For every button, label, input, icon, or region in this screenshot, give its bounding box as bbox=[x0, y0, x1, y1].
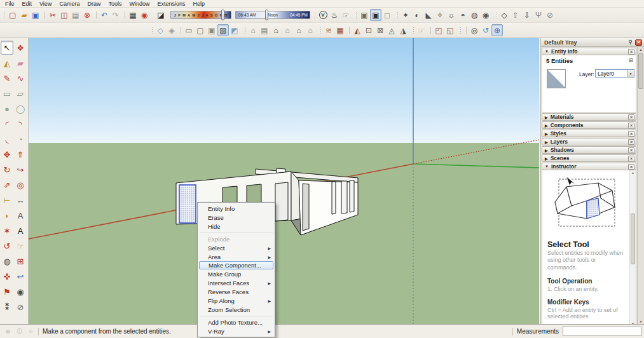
red-axis-negative[interactable] bbox=[413, 140, 539, 164]
instructor-header[interactable]: ▼ Instructor × bbox=[542, 163, 636, 170]
green-axis[interactable] bbox=[413, 164, 539, 168]
sandbox-from-contours-button[interactable]: ≋ bbox=[323, 24, 334, 36]
credits-icon[interactable]: ⓘ bbox=[16, 328, 23, 335]
section-close-button[interactable]: × bbox=[628, 123, 634, 128]
protractor-tool-button[interactable]: ◗ bbox=[1, 208, 13, 222]
menu-camera[interactable]: Camera bbox=[55, 0, 83, 8]
flip-edge-button[interactable]: ◮ bbox=[397, 24, 409, 36]
tray-close-button[interactable]: × bbox=[635, 39, 642, 46]
orbit-globe-button[interactable]: ⊕ bbox=[491, 24, 503, 36]
pin-icon[interactable] bbox=[627, 39, 633, 45]
zoom-tool-button[interactable]: ◍ bbox=[1, 254, 13, 268]
undo-button[interactable]: ↶ bbox=[99, 9, 110, 21]
section-header-scenes[interactable]: ▶ Scenes × bbox=[542, 154, 636, 162]
menu-extensions[interactable]: Extensions bbox=[153, 0, 189, 8]
tape-measure-tool-button[interactable]: ⊢ bbox=[1, 193, 13, 207]
back-edges-button[interactable]: ◈ bbox=[166, 24, 177, 36]
save-button[interactable]: ▣ bbox=[30, 9, 41, 21]
eraser-button[interactable]: ▰ bbox=[14, 56, 27, 70]
rotated-rectangle-tool-button[interactable]: ▱ bbox=[14, 86, 27, 100]
section-close-button[interactable]: × bbox=[628, 147, 634, 153]
top-view-button[interactable]: ▤ bbox=[259, 24, 270, 36]
shaded-button[interactable]: ▣ bbox=[206, 24, 217, 36]
hidden-line-button[interactable]: ▢ bbox=[195, 24, 206, 36]
menu-item-make-component[interactable]: Make Component... bbox=[199, 261, 273, 269]
rectangle-tool-button[interactable]: ▭ bbox=[1, 86, 13, 100]
text-tool-button[interactable]: A bbox=[14, 208, 27, 222]
tray-scrollbar[interactable]: ▲ ▼ bbox=[637, 47, 644, 324]
shadow-time-slider[interactable]: 06:43 AM Noon 04:45 PM bbox=[235, 11, 310, 19]
cut-button[interactable]: ✂ bbox=[47, 9, 58, 21]
zoom-window-tool-button[interactable]: ⊞ bbox=[14, 254, 27, 268]
vray-render-button[interactable]: ♨ bbox=[329, 9, 340, 21]
xray-mode-button[interactable]: ◇ bbox=[154, 24, 166, 36]
section-close-button[interactable]: × bbox=[628, 139, 634, 145]
position-camera-tool-button[interactable]: ⚑ bbox=[1, 285, 13, 299]
menu-item-intersect-faces[interactable]: Intersect Faces ▶ bbox=[198, 278, 275, 287]
erase-button[interactable]: ⊗ bbox=[81, 9, 93, 21]
drape-button[interactable]: ⊠ bbox=[374, 24, 386, 36]
vray-omni-light-button[interactable]: ☼ bbox=[446, 9, 457, 21]
selected-door[interactable] bbox=[179, 185, 196, 223]
section-header-shadows[interactable]: ▶ Shadows × bbox=[542, 146, 636, 154]
vray-fur-button[interactable]: Ψ bbox=[533, 9, 544, 21]
zoom-extents-tool-button[interactable]: ✜ bbox=[1, 269, 13, 283]
vray-clipper-button[interactable]: ⊘ bbox=[544, 9, 556, 21]
shadow-date-slider[interactable]: J F M A M J J A S O N D bbox=[170, 11, 231, 19]
left-view-button[interactable]: ⌂ bbox=[305, 24, 316, 36]
section-header-materials[interactable]: ▶ Materials × bbox=[542, 113, 636, 121]
menu-item-reverse-faces[interactable]: Reverse Faces bbox=[198, 287, 275, 296]
vray-export-proxy-button[interactable]: ⇧ bbox=[510, 9, 521, 21]
sandbox-from-scratch-button[interactable]: ▦ bbox=[334, 24, 346, 36]
instructor-close-button[interactable]: × bbox=[628, 164, 634, 170]
redo-button[interactable]: ↷ bbox=[110, 9, 121, 21]
menu-tools[interactable]: Tools bbox=[104, 0, 125, 8]
vray-light-gen-button[interactable]: ◉ bbox=[480, 9, 491, 21]
scroll-down-icon[interactable]: ▼ bbox=[638, 320, 644, 323]
back-view-button[interactable]: ⌂ bbox=[293, 24, 305, 36]
model-info-button[interactable]: ◉ bbox=[139, 9, 150, 21]
section-display-button[interactable]: ◱ bbox=[444, 24, 456, 36]
menu-view[interactable]: View bbox=[36, 0, 55, 8]
orbit-button[interactable]: ↺ bbox=[480, 24, 491, 36]
axes-tool-button[interactable]: ✶ bbox=[1, 224, 13, 238]
iso-view-button[interactable]: ⌂ bbox=[247, 24, 259, 36]
move-tool-button[interactable]: ✥ bbox=[1, 147, 13, 161]
menu-item-make-group[interactable]: Make Group bbox=[198, 269, 275, 278]
vray-spot-light-button[interactable]: ◣ bbox=[423, 9, 434, 21]
menu-item-hide[interactable]: Hide bbox=[198, 222, 275, 231]
claim-credit-icon[interactable]: ☺ bbox=[27, 328, 34, 335]
scale-tool-button[interactable]: ⇗ bbox=[1, 178, 13, 192]
scroll-up-icon[interactable]: ▲ bbox=[638, 48, 644, 51]
geolocation-icon[interactable]: ◍ bbox=[4, 328, 11, 335]
layer-dropdown[interactable]: Layer0 ▼ bbox=[595, 69, 634, 78]
menu-help[interactable]: Help bbox=[189, 0, 209, 8]
window-right-3[interactable] bbox=[350, 180, 354, 212]
walk-tool-button[interactable]: ⁑ bbox=[1, 300, 13, 314]
viewport[interactable] bbox=[29, 38, 539, 324]
menu-item-entity-info[interactable]: Entity Info bbox=[198, 204, 275, 213]
section-close-button[interactable]: × bbox=[628, 156, 634, 161]
section-plane-tool-button[interactable]: ⊘ bbox=[14, 300, 27, 314]
copy-button[interactable]: ◫ bbox=[58, 9, 70, 21]
make-component-button[interactable]: ❖ bbox=[14, 41, 27, 55]
open-button[interactable]: ▰ bbox=[18, 9, 30, 21]
section-plane-button[interactable]: ◰ bbox=[433, 24, 444, 36]
tray-scroll-thumb[interactable] bbox=[638, 53, 643, 89]
vray-rectangle-light-button[interactable]: ◓ bbox=[457, 9, 469, 21]
3d-text-tool-button[interactable]: A bbox=[14, 224, 27, 238]
door-opening-right-wall[interactable] bbox=[303, 184, 309, 231]
menu-window[interactable]: Window bbox=[125, 0, 153, 8]
add-detail-button[interactable]: ◬ bbox=[386, 24, 397, 36]
vray-sphere-light-button[interactable]: ◐ bbox=[411, 9, 423, 21]
select-tool-button[interactable]: ↖ bbox=[1, 41, 13, 55]
look-around-button[interactable]: ◎ bbox=[469, 24, 480, 36]
right-view-button[interactable]: ⌂ bbox=[282, 24, 293, 36]
entity-info-header[interactable]: ▼ Entity Info × bbox=[542, 48, 636, 55]
window-right-1[interactable] bbox=[332, 182, 336, 214]
arc-tool-button[interactable]: ◜ bbox=[1, 117, 13, 131]
vray-ies-light-button[interactable]: ✧ bbox=[434, 9, 446, 21]
shaded-with-textures-button[interactable]: ▨ bbox=[217, 24, 229, 36]
paste-button[interactable]: ▤ bbox=[70, 9, 81, 21]
chevron-down-icon[interactable]: ▼ bbox=[627, 70, 634, 77]
